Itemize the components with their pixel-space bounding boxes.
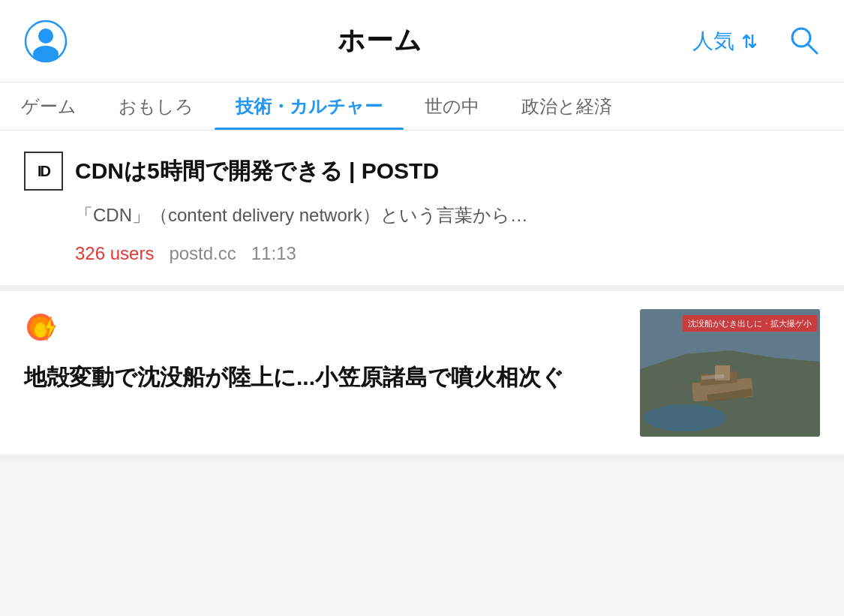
article2-content: 地殻変動で沈没船が陸上に...小笠原諸島で噴火相次ぐ	[24, 309, 820, 437]
header-left	[24, 20, 68, 63]
users-count: 326 users	[75, 243, 154, 264]
hot-news-icon	[24, 309, 63, 348]
popularity-button[interactable]: 人気	[692, 27, 760, 56]
svg-point-2	[33, 46, 59, 62]
search-icon	[787, 23, 820, 56]
article-title: CDNは5時間で開発できる | POSTD	[75, 155, 439, 187]
svg-point-1	[38, 29, 53, 44]
article-item-2[interactable]: 地殻変動で沈没船が陸上に...小笠原諸島で噴火相次ぐ	[0, 291, 844, 461]
svg-line-4	[808, 44, 817, 53]
svg-point-7	[35, 323, 47, 338]
article-excerpt: 「CDN」（content delivery network）という言葉から…	[24, 201, 820, 230]
article2-title: 地殻変動で沈没船が陸上に...小笠原諸島で噴火相次ぐ	[24, 360, 625, 394]
article2-header	[24, 309, 625, 348]
tab-politics[interactable]: 政治と経済	[500, 83, 618, 130]
content-area: ID CDNは5時間で開発できる | POSTD 「CDN」（content d…	[0, 131, 844, 616]
tab-tech[interactable]: 技術・カルチャー	[215, 83, 404, 130]
article-meta: 326 users postd.cc 11:13	[24, 243, 820, 264]
hot-icon-svg	[24, 309, 63, 348]
thumbnail-image: 沈没船がむき出しに・拡大撮ゲ小	[640, 309, 820, 437]
page-title: ホーム	[338, 23, 422, 59]
header-right: 人気	[692, 23, 820, 59]
site-logo: ID	[24, 152, 63, 191]
popularity-label: 人気	[692, 27, 734, 56]
avatar-icon[interactable]	[24, 20, 68, 63]
thumbnail-overlay: 沈没船がむき出しに・拡大撮ゲ小	[683, 315, 817, 332]
tab-society[interactable]: 世の中	[404, 83, 500, 130]
search-button[interactable]	[787, 23, 820, 59]
tab-games[interactable]: ゲーム	[15, 83, 98, 130]
category-tabs: ゲーム おもしろ 技術・カルチャー 世の中 政治と経済	[0, 83, 844, 131]
sort-icon	[739, 31, 760, 52]
article-time: 11:13	[251, 243, 296, 264]
header: ホーム 人気	[0, 0, 844, 83]
tab-funny[interactable]: おもしろ	[98, 83, 215, 130]
site-domain: postd.cc	[169, 243, 236, 264]
svg-point-11	[644, 404, 726, 431]
article-item[interactable]: ID CDNは5時間で開発できる | POSTD 「CDN」（content d…	[0, 131, 844, 291]
article-thumbnail: 沈没船がむき出しに・拡大撮ゲ小	[640, 309, 820, 437]
article-header: ID CDNは5時間で開発できる | POSTD	[24, 152, 820, 191]
article2-left: 地殻変動で沈没船が陸上に...小笠原諸島で噴火相次ぐ	[24, 309, 625, 394]
